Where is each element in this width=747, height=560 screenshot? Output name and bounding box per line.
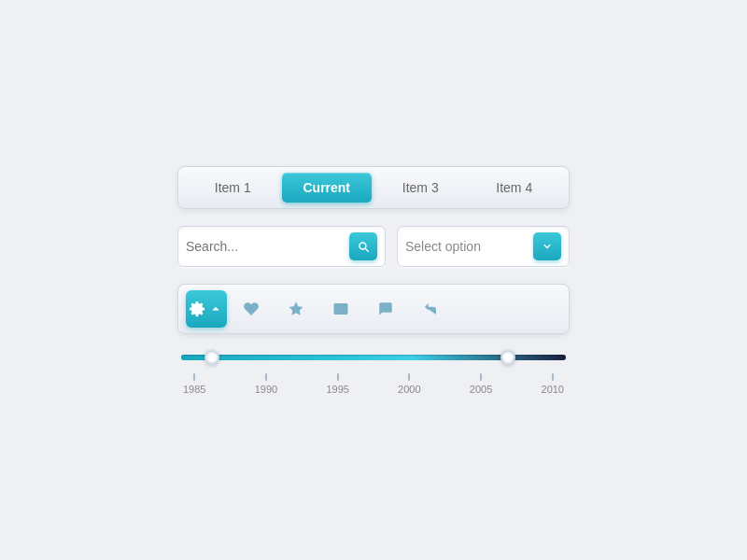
tick-mark (552, 373, 554, 381)
chat-icon (377, 301, 394, 317)
main-container: Item 1 Current Item 3 Item 4 Select opti… (177, 166, 570, 395)
timeline-labels: 1985 1990 1995 2000 2005 2010 (181, 373, 566, 395)
search-box (177, 226, 386, 267)
caret-up-icon (207, 301, 224, 317)
timeline-container: 1985 1990 1995 2000 2005 2010 (177, 351, 570, 395)
tick-mark (193, 373, 195, 381)
slider-thumb-left[interactable] (204, 350, 219, 365)
search-icon (357, 240, 370, 253)
tab-bar: Item 1 Current Item 3 Item 4 (177, 166, 570, 209)
mail-button[interactable] (320, 290, 361, 328)
tab-item-3[interactable]: Item 3 (375, 173, 466, 203)
tick-label: 2000 (398, 384, 420, 395)
tick-1990: 1990 (255, 373, 277, 395)
reply-icon (422, 301, 439, 317)
tick-1985: 1985 (183, 373, 205, 395)
star-button[interactable] (275, 290, 317, 328)
slider-track (181, 351, 566, 364)
tick-label: 2005 (470, 384, 492, 395)
tick-label: 1985 (183, 384, 205, 395)
tick-2010: 2010 (542, 373, 564, 395)
tick-label: 1995 (326, 384, 348, 395)
heart-button[interactable] (231, 290, 272, 328)
tick-mark (408, 373, 410, 381)
chat-button[interactable] (365, 290, 406, 328)
mail-icon (332, 301, 349, 317)
icon-toolbar (177, 284, 570, 334)
tick-2005: 2005 (470, 373, 492, 395)
slider-thumb-right[interactable] (500, 350, 515, 365)
heart-icon (243, 301, 260, 317)
input-row: Select option (177, 226, 570, 267)
tick-2000: 2000 (398, 373, 420, 395)
tick-1995: 1995 (326, 373, 348, 395)
tick-label: 1990 (255, 384, 277, 395)
tick-mark (337, 373, 339, 381)
tab-item-current[interactable]: Current (282, 173, 373, 203)
tab-item-4[interactable]: Item 4 (470, 173, 560, 203)
chevron-down-icon (542, 241, 553, 252)
gear-icon (189, 301, 205, 317)
reply-button[interactable] (410, 290, 451, 328)
tick-mark (265, 373, 267, 381)
tab-item-1[interactable]: Item 1 (188, 173, 278, 203)
star-icon (288, 301, 304, 317)
search-button[interactable] (349, 232, 377, 260)
tick-mark (480, 373, 482, 381)
select-dropdown[interactable]: Select option (397, 226, 570, 267)
search-input[interactable] (186, 239, 349, 254)
select-label: Select option (405, 239, 533, 254)
settings-button[interactable] (186, 290, 227, 328)
dropdown-arrow (533, 232, 561, 260)
tick-label: 2010 (542, 384, 564, 395)
svg-marker-0 (289, 301, 303, 315)
